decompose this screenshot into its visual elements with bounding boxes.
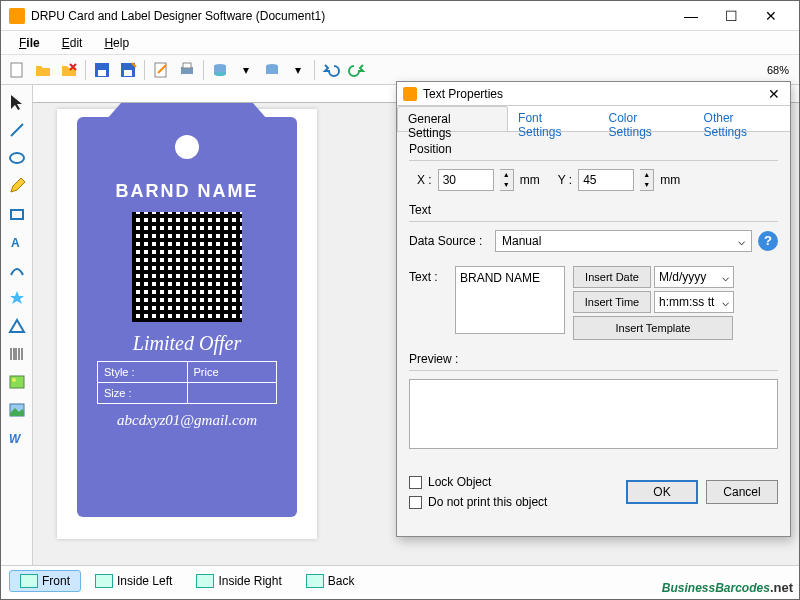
noprint-label: Do not print this object bbox=[428, 495, 547, 509]
page-tab-inside-left[interactable]: Inside Left bbox=[85, 571, 182, 591]
edit-icon[interactable] bbox=[149, 58, 173, 82]
tag-email-text[interactable]: abcdxyz01@gmail.com bbox=[91, 412, 283, 429]
tab-general[interactable]: General Settings bbox=[397, 106, 508, 131]
svg-line-13 bbox=[11, 124, 23, 136]
triangle-tool-icon[interactable] bbox=[4, 313, 30, 339]
wordart-tool-icon[interactable]: W bbox=[4, 425, 30, 451]
svg-rect-2 bbox=[98, 70, 106, 76]
y-label: Y : bbox=[558, 173, 572, 187]
dialog-close-button[interactable]: ✕ bbox=[764, 86, 784, 102]
db-export-icon[interactable] bbox=[260, 58, 284, 82]
star-tool-icon[interactable] bbox=[4, 285, 30, 311]
cancel-button[interactable]: Cancel bbox=[706, 480, 778, 504]
svg-rect-15 bbox=[11, 210, 23, 219]
page-icon bbox=[20, 574, 38, 588]
tab-font[interactable]: Font Settings bbox=[508, 106, 598, 131]
lock-checkbox[interactable] bbox=[409, 476, 422, 489]
insert-template-button[interactable]: Insert Template bbox=[573, 316, 733, 340]
db-arrow-icon[interactable]: ▾ bbox=[234, 58, 258, 82]
rect-tool-icon[interactable] bbox=[4, 201, 30, 227]
tab-other[interactable]: Other Settings bbox=[694, 106, 790, 131]
data-source-label: Data Source : bbox=[409, 234, 489, 248]
page-icon bbox=[95, 574, 113, 588]
line-tool-icon[interactable] bbox=[4, 117, 30, 143]
watermark: BusinessBarcodes.net bbox=[662, 574, 793, 597]
qr-code[interactable] bbox=[132, 212, 242, 322]
image-tool-icon[interactable] bbox=[4, 369, 30, 395]
app-icon bbox=[9, 8, 25, 24]
svg-rect-7 bbox=[183, 63, 191, 68]
x-label: X : bbox=[417, 173, 432, 187]
design-canvas[interactable]: BARND NAME Limited Offer Style : Price S… bbox=[57, 109, 317, 539]
ellipse-tool-icon[interactable] bbox=[4, 145, 30, 171]
time-format-select[interactable]: h:mm:ss tt⌵ bbox=[654, 291, 734, 313]
preview-box bbox=[409, 379, 778, 449]
print-icon[interactable] bbox=[175, 58, 199, 82]
data-source-select[interactable]: Manual⌵ bbox=[495, 230, 752, 252]
open-icon[interactable] bbox=[31, 58, 55, 82]
insert-time-button[interactable]: Insert Time bbox=[573, 291, 651, 313]
text-input[interactable]: BRAND NAME bbox=[455, 266, 565, 334]
undo-icon[interactable] bbox=[319, 58, 343, 82]
position-group-label: Position bbox=[409, 142, 778, 156]
barcode-tool-icon[interactable] bbox=[4, 341, 30, 367]
price-value bbox=[187, 383, 277, 403]
y-unit: mm bbox=[660, 173, 680, 187]
menu-help[interactable]: Help bbox=[94, 33, 139, 53]
help-icon[interactable]: ? bbox=[758, 231, 778, 251]
new-icon[interactable] bbox=[5, 58, 29, 82]
date-format-select[interactable]: M/d/yyyy⌵ bbox=[654, 266, 734, 288]
page-tab-back[interactable]: Back bbox=[296, 571, 365, 591]
chevron-down-icon: ⌵ bbox=[738, 234, 745, 248]
price-label: Price bbox=[187, 362, 277, 382]
y-spinner[interactable]: ▲▼ bbox=[640, 169, 654, 191]
db-icon[interactable] bbox=[208, 58, 232, 82]
titlebar: DRPU Card and Label Designer Software (D… bbox=[1, 1, 799, 31]
close-doc-icon[interactable] bbox=[57, 58, 81, 82]
minimize-button[interactable]: — bbox=[671, 2, 711, 30]
maximize-button[interactable]: ☐ bbox=[711, 2, 751, 30]
text-label: Text : bbox=[409, 266, 447, 284]
text-properties-dialog: Text Properties ✕ General Settings Font … bbox=[396, 81, 791, 537]
svg-rect-12 bbox=[266, 66, 278, 74]
svg-rect-0 bbox=[11, 63, 22, 77]
page-tab-inside-right[interactable]: Inside Right bbox=[186, 571, 291, 591]
arc-tool-icon[interactable] bbox=[4, 257, 30, 283]
text-tool-icon[interactable]: A bbox=[4, 229, 30, 255]
redo-icon[interactable] bbox=[345, 58, 369, 82]
y-input[interactable]: 45 bbox=[578, 169, 634, 191]
dialog-icon bbox=[403, 87, 417, 101]
insert-date-button[interactable]: Insert Date bbox=[573, 266, 651, 288]
menu-file[interactable]: File bbox=[9, 33, 50, 53]
text-group-label: Text bbox=[409, 203, 778, 217]
dialog-titlebar[interactable]: Text Properties ✕ bbox=[397, 82, 790, 106]
noprint-checkbox[interactable] bbox=[409, 496, 422, 509]
svg-rect-22 bbox=[10, 376, 24, 388]
label-tag[interactable]: BARND NAME Limited Offer Style : Price S… bbox=[77, 117, 297, 517]
tool-sidebar: A W bbox=[1, 85, 33, 565]
svg-rect-4 bbox=[124, 70, 132, 76]
menu-edit[interactable]: Edit bbox=[52, 33, 93, 53]
db-arrow2-icon[interactable]: ▾ bbox=[286, 58, 310, 82]
lock-label: Lock Object bbox=[428, 475, 491, 489]
pencil-tool-icon[interactable] bbox=[4, 173, 30, 199]
svg-point-23 bbox=[12, 378, 16, 382]
x-input[interactable]: 30 bbox=[438, 169, 494, 191]
close-button[interactable]: ✕ bbox=[751, 2, 791, 30]
page-icon bbox=[306, 574, 324, 588]
zoom-level[interactable]: 68% bbox=[761, 64, 795, 76]
tab-color[interactable]: Color Settings bbox=[599, 106, 694, 131]
pointer-tool-icon[interactable] bbox=[4, 89, 30, 115]
ok-button[interactable]: OK bbox=[626, 480, 698, 504]
tag-table[interactable]: Style : Price Size : bbox=[97, 361, 277, 404]
save-icon[interactable] bbox=[90, 58, 114, 82]
picture-tool-icon[interactable] bbox=[4, 397, 30, 423]
tag-offer-text[interactable]: Limited Offer bbox=[91, 332, 283, 355]
x-spinner[interactable]: ▲▼ bbox=[500, 169, 514, 191]
page-tab-front[interactable]: Front bbox=[9, 570, 81, 592]
tag-brand-text[interactable]: BARND NAME bbox=[91, 181, 283, 202]
window-title: DRPU Card and Label Designer Software (D… bbox=[31, 9, 671, 23]
save-as-icon[interactable] bbox=[116, 58, 140, 82]
svg-point-10 bbox=[214, 72, 226, 76]
dialog-tabs: General Settings Font Settings Color Set… bbox=[397, 106, 790, 132]
